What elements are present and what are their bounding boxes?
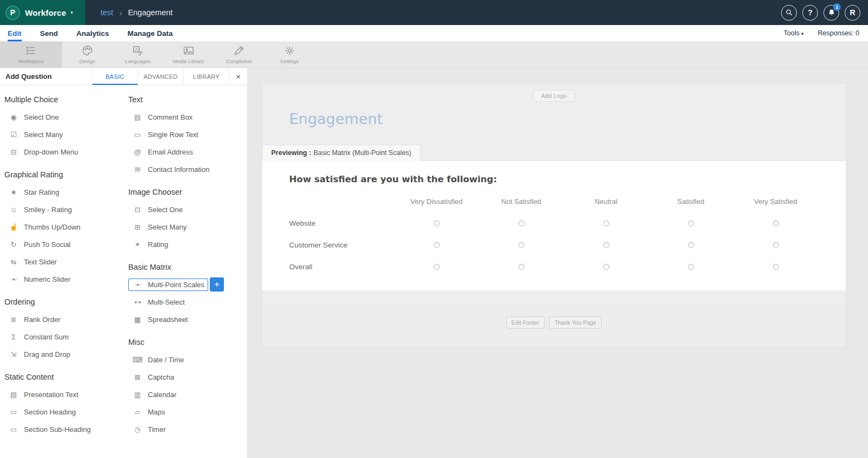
survey-title[interactable]: Engagement bbox=[289, 110, 846, 127]
question-type-label: Comment Box bbox=[148, 113, 192, 121]
tools-dropdown[interactable]: Tools▾ bbox=[784, 29, 804, 37]
notifications-button[interactable]: 1 bbox=[823, 5, 839, 21]
radio-button[interactable] bbox=[603, 220, 609, 226]
menu-tab[interactable]: Analytics bbox=[77, 25, 109, 41]
question-type-item[interactable]: ●○● Multi-Select + bbox=[128, 293, 247, 311]
group-items: ⌨ Date / Time + ⊠ Captcha + bbox=[128, 351, 247, 438]
question-type-item[interactable]: ▤ Presentation Text + bbox=[4, 386, 128, 403]
footer-button[interactable]: Thank You Page bbox=[549, 317, 602, 329]
question-type-item[interactable]: ⇆ Text Slider + bbox=[4, 253, 128, 270]
breadcrumb-project-link[interactable]: test bbox=[101, 8, 113, 17]
responses-counter[interactable]: Responses: 0 bbox=[818, 29, 859, 37]
toolbar-item-workspace[interactable]: Workspace bbox=[0, 41, 62, 67]
question-type-item[interactable]: ⊟ Drop-down Menu + bbox=[4, 143, 128, 160]
radio-button[interactable] bbox=[434, 220, 440, 226]
question-type-item[interactable]: ≣ Rank Order + bbox=[4, 311, 128, 328]
panel-tab[interactable]: ADVANCED bbox=[138, 68, 183, 85]
question-type-item[interactable]: ⇲ Drag and Drop + bbox=[4, 345, 128, 363]
image-select-one-icon: ⊡ bbox=[132, 206, 143, 214]
radio-button[interactable] bbox=[519, 264, 524, 270]
previewing-value: Basic Matrix (Multi-Point Scales) bbox=[314, 149, 411, 157]
question-type-item[interactable]: ▱ Maps + bbox=[128, 403, 247, 420]
footer-button[interactable]: Edit Footer bbox=[506, 317, 545, 329]
matrix-radio-cell bbox=[564, 220, 648, 226]
user-avatar[interactable]: R bbox=[845, 5, 860, 21]
matrix-radio-cell bbox=[394, 264, 479, 270]
question-type-item[interactable]: ↻ Push To Social + bbox=[4, 236, 128, 253]
email-address-icon: @ bbox=[132, 148, 143, 156]
question-type-group: Text ▤ Comment Box + bbox=[128, 95, 247, 178]
question-type-label: Rating bbox=[148, 240, 168, 249]
question-type-item[interactable]: ○●○ Multi-Point Scales + bbox=[128, 276, 247, 293]
question-type-label: Multi-Select bbox=[148, 298, 185, 306]
question-type-label: Constant Sum bbox=[24, 333, 68, 341]
question-type-item[interactable]: ☑ Select Many + bbox=[4, 126, 128, 143]
radio-button[interactable] bbox=[773, 220, 779, 226]
radio-button[interactable] bbox=[434, 264, 440, 270]
question-type-item[interactable]: ☺ Smiley - Rating + bbox=[4, 201, 128, 218]
panel-title: Add Question bbox=[0, 68, 92, 85]
question-type-item[interactable]: ◉ Select One + bbox=[4, 108, 128, 126]
toolbar-item-completion[interactable]: Completion bbox=[214, 41, 264, 67]
question-type-item[interactable]: ▥ Calendar + bbox=[128, 386, 247, 403]
radio-button[interactable] bbox=[519, 220, 524, 226]
question-type-item[interactable]: Σ Constant Sum + bbox=[4, 328, 128, 345]
panel-tab[interactable]: LIBRARY bbox=[183, 68, 229, 85]
question-type-group: Ordering ≣ Rank Order + bbox=[4, 298, 128, 363]
survey-footer-row: Edit FooterThank You Page bbox=[262, 305, 846, 347]
radio-button[interactable] bbox=[773, 264, 779, 270]
question-type-item[interactable]: ▭ Single Row Text + bbox=[128, 126, 247, 143]
question-type-item[interactable]: ◷ Timer + bbox=[128, 420, 247, 438]
question-type-item[interactable]: ⊡ Select One + bbox=[128, 201, 247, 218]
question-type-item[interactable]: ★ Star Rating + bbox=[4, 183, 128, 201]
group-items: ○●○ Multi-Point Scales + ●○● Multi-Selec… bbox=[128, 276, 247, 328]
menu-tab[interactable]: Edit bbox=[8, 25, 22, 41]
question-type-item[interactable]: ⌨ Date / Time + bbox=[128, 351, 247, 368]
question-type-item[interactable]: @ Email Address + bbox=[128, 143, 247, 160]
captcha-icon: ⊠ bbox=[132, 373, 143, 381]
question-type-item[interactable]: ⊞ Select Many + bbox=[128, 218, 247, 236]
brand-switcher[interactable]: P Workforce ▾ bbox=[0, 0, 85, 25]
question-type-item[interactable]: ▤ Comment Box + bbox=[128, 108, 247, 126]
question-type-item[interactable]: ○●○ Numeric Slider + bbox=[4, 270, 128, 288]
radio-button[interactable] bbox=[434, 242, 440, 248]
question-type-item[interactable]: ⊠ Captcha + bbox=[128, 368, 247, 386]
radio-button[interactable] bbox=[688, 264, 694, 270]
question-type-item[interactable]: ▭ Section Sub-Heading + bbox=[4, 420, 128, 438]
toolbar-item-design[interactable]: Design bbox=[62, 41, 113, 67]
add-logo-button[interactable]: Add Logo bbox=[533, 90, 574, 102]
question-type-item[interactable]: ✉ Contact Information + bbox=[128, 160, 247, 178]
radio-button[interactable] bbox=[603, 242, 609, 248]
panel-tab[interactable]: BASIC bbox=[92, 68, 138, 85]
search-button[interactable] bbox=[781, 5, 797, 21]
star-rating-icon: ★ bbox=[8, 188, 19, 196]
close-panel-button[interactable]: × bbox=[229, 68, 247, 85]
question-type-label: Calendar bbox=[148, 391, 177, 399]
radio-button[interactable] bbox=[603, 264, 609, 270]
question-type-item[interactable]: ▭ Section Heading + bbox=[4, 403, 128, 420]
toolbar-item-settings[interactable]: Settings bbox=[264, 41, 315, 67]
question-type-label: Presentation Text bbox=[24, 391, 78, 399]
matrix-radio-cell bbox=[394, 220, 479, 226]
question-type-box: ▤ Presentation Text bbox=[4, 388, 82, 401]
help-button[interactable]: ? bbox=[802, 5, 818, 21]
menu-tab[interactable]: Manage Data bbox=[128, 25, 173, 41]
radio-button[interactable] bbox=[688, 242, 694, 248]
question-type-label: Rank Order bbox=[24, 315, 60, 324]
question-type-item[interactable]: ✶ Rating + bbox=[128, 236, 247, 253]
matrix-row: Customer Service bbox=[289, 234, 819, 256]
question-type-box: ●○● Multi-Select bbox=[128, 296, 189, 308]
question-type-item[interactable]: ☝ Thumbs Up/Down + bbox=[4, 218, 128, 236]
question-type-box: ☝ Thumbs Up/Down bbox=[4, 221, 84, 233]
radio-button[interactable] bbox=[519, 242, 524, 248]
radio-button[interactable] bbox=[688, 220, 694, 226]
smiley-rating-icon: ☺ bbox=[8, 206, 19, 214]
question-type-label: Section Sub-Heading bbox=[24, 425, 91, 434]
toolbar-item-languages[interactable]: A Languages bbox=[113, 41, 163, 67]
radio-button[interactable] bbox=[773, 242, 779, 248]
menu-tab[interactable]: Send bbox=[40, 25, 58, 41]
question-type-label: Select Many bbox=[148, 223, 187, 231]
toolbar-item-media-library[interactable]: Media Library bbox=[163, 41, 214, 67]
add-question-button[interactable]: + bbox=[210, 277, 224, 292]
question-type-item[interactable]: ▦ Spreadsheet + bbox=[128, 311, 247, 328]
